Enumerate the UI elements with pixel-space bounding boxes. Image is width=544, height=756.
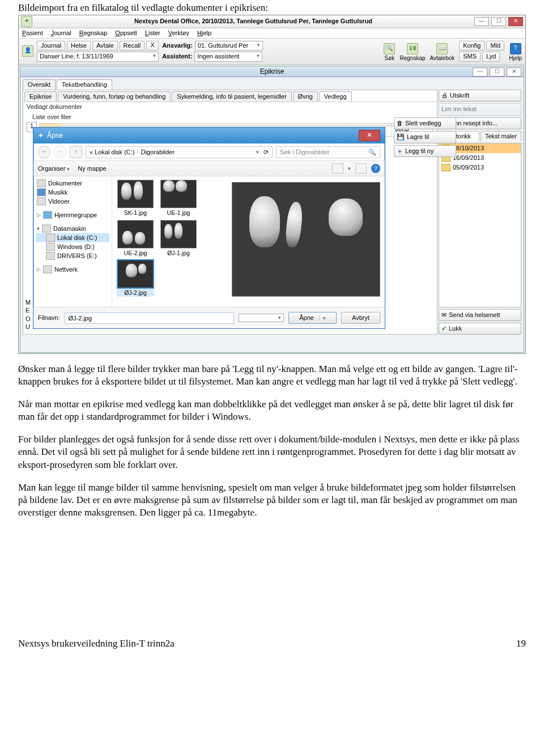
app-title: Nextsys Dental Office, 20/10/2013, Tannl… (32, 18, 474, 25)
side-item-musikk[interactable]: Musikk (36, 188, 109, 197)
file-thumb[interactable]: UE-1.jpg (160, 180, 197, 217)
sub-minimize[interactable]: — (473, 67, 487, 77)
app-titlebar: ✦ Nextsys Dental Office, 20/10/2013, Tan… (19, 15, 525, 28)
footer-left: Nextsys brukerveiledning Elin-T trinn2a (18, 638, 175, 649)
file-thumb[interactable]: UE-2.jpg (117, 220, 154, 257)
side-item-windows-d[interactable]: Windows (D:) (36, 242, 109, 251)
btn-lim-inn-tekst[interactable]: Lim inn tekst (439, 103, 521, 115)
dialog-help-button[interactable]: ? (371, 164, 380, 173)
side-item-nettverk[interactable]: ▷Nettverk (36, 265, 109, 274)
menu-hjelp[interactable]: Hjelp (197, 29, 211, 37)
btn-lukk[interactable]: ✔Lukk (439, 323, 521, 335)
tab-tekstbehandling[interactable]: Tekstbehandling (57, 79, 112, 90)
nav-back-button[interactable]: ← (38, 146, 50, 158)
tb-regnskap[interactable]: 💵Regnskap (400, 43, 425, 62)
btn-utskrift[interactable]: 🖨Utskrift (439, 90, 521, 102)
epikrise-inner-tabs: Epikrise Vurdering, funn, forløp og beha… (23, 90, 437, 102)
tb-recall[interactable]: Recall (120, 41, 145, 50)
tb-avtalebok[interactable]: 📖Avtalebok (430, 43, 455, 62)
nav-forward-button[interactable]: → (54, 146, 66, 158)
printer-icon: 🖨 (441, 92, 448, 99)
side-item-dokumenter[interactable]: Dokumenter (36, 179, 109, 188)
nav-up-button[interactable]: ↑ (70, 146, 82, 158)
window-minimize[interactable]: — (474, 17, 489, 26)
dialog-footer: Filnavn: ▾ Åpne ▾ Avbryt (33, 307, 385, 328)
sub-close[interactable]: ✕ (507, 67, 521, 77)
tab-oversikt[interactable]: Oversikt (23, 79, 56, 90)
side-item-drivers-e[interactable]: DRIVERS (E:) (36, 251, 109, 260)
side-item-hjemmegruppe[interactable]: ▷Hjemmegruppe (36, 210, 109, 219)
side-item-videoer[interactable]: Videoer (36, 197, 109, 206)
window-maximize[interactable]: ☐ (491, 17, 506, 26)
assistent-combo[interactable]: Ingen assistent▾ (194, 52, 262, 61)
tb-lyd[interactable]: Lyd (482, 52, 500, 61)
itab-vedlegg[interactable]: Vedlegg (319, 91, 352, 102)
preview-pane-button[interactable] (355, 163, 367, 174)
vedlegg-side-buttons: 🗑Slett vedlegg 💾Lagre til ＋Legg til ny (394, 117, 456, 157)
tb-sms[interactable]: SMS (459, 52, 481, 61)
paragraph-4: Man kan legge til mange bilder til samme… (18, 482, 526, 519)
save-icon: 💾 (397, 133, 405, 141)
sub-maximize[interactable]: ☐ (490, 67, 504, 77)
tb-hjelp[interactable]: ?Hjelp (509, 43, 522, 62)
itab-ovrig[interactable]: Øvrig (293, 91, 318, 102)
check-icon: ✔ (441, 325, 447, 332)
trash-icon: 🗑 (397, 120, 403, 127)
menu-journal[interactable]: Journal (51, 29, 71, 37)
file-preview-pane (232, 182, 380, 297)
menu-lister[interactable]: Lister (145, 29, 160, 37)
btn-lagre-til[interactable]: 💾Lagre til (394, 131, 456, 143)
menu-pasient[interactable]: Pasient (22, 29, 43, 37)
dialog-open-button[interactable]: Åpne ▾ (288, 312, 337, 324)
view-mode-button[interactable] (332, 163, 343, 174)
tb-helse[interactable]: Helse (67, 41, 91, 50)
refresh-icon[interactable]: ⟳ (264, 149, 269, 156)
assistent-label: Assistent: (162, 53, 192, 60)
file-open-dialog: ✦ Åpne ✕ ← → ↑ « Lokal disk (C:) › Digor… (33, 127, 385, 329)
btn-legg-til-ny[interactable]: ＋Legg til ny (394, 145, 456, 157)
btn-slett-vedlegg[interactable]: 🗑Slett vedlegg (394, 117, 456, 129)
folder-icon (441, 164, 450, 171)
file-thumb-selected[interactable]: ØJ-2.jpg (117, 260, 154, 297)
app-menubar: Pasient Journal Regnskap Oppsett Lister … (19, 28, 525, 39)
history-list: 18/10/2013 16/09/2013 05/09/2013 (439, 143, 521, 307)
plus-icon: ＋ (397, 147, 403, 155)
window-close[interactable]: ✕ (508, 17, 523, 26)
dialog-title-text: Åpne (47, 132, 63, 140)
tb-konfig[interactable]: Konfig (459, 41, 484, 50)
tb-avtale[interactable]: Avtale (92, 41, 117, 50)
dialog-cancel-button[interactable]: Avbryt (341, 312, 380, 324)
menu-regnskap[interactable]: Regnskap (79, 29, 108, 37)
app-screenshot: ✦ Nextsys Dental Office, 20/10/2013, Tan… (18, 15, 526, 354)
menu-oppsett[interactable]: Oppsett (115, 29, 137, 37)
breadcrumb-path[interactable]: « Lokal disk (C:) › Digorabilder ▾ ⟳ (86, 146, 273, 158)
ny-mappe-button[interactable]: Ny mappe (78, 165, 106, 172)
history-item[interactable]: 05/09/2013 (439, 163, 521, 172)
itab-sykemelding[interactable]: Sykemelding, info til pasient, legemidle… (172, 91, 291, 102)
app-toolbar: 👤 Journal Helse Avtale Recall X Danser L… (19, 39, 525, 64)
itab-vurdering[interactable]: Vurdering, funn, forløp og behandling (58, 91, 171, 102)
filnavn-input[interactable] (65, 312, 235, 324)
tb-mld[interactable]: Mld (486, 41, 504, 50)
footer-page-number: 19 (516, 638, 526, 649)
side-item-datamaskin[interactable]: ▾Datamaskin (36, 224, 109, 233)
menu-verktoy[interactable]: Verktøy (168, 29, 189, 37)
patient-combo[interactable]: Danser Line, f. 13/11/1969▾ (37, 52, 159, 61)
tb-sok[interactable]: 🔍Søk (384, 43, 395, 62)
rtab-tekstmaler[interactable]: Tekst maler (481, 131, 521, 141)
dialog-close-button[interactable]: ✕ (359, 130, 380, 141)
filetype-combo[interactable]: ▾ (239, 314, 284, 322)
ansvarlig-combo[interactable]: 01. Guttulsrud Per▾ (195, 41, 263, 50)
dialog-search-input[interactable]: Søk i Digorabilder 🔍 (276, 146, 380, 158)
tb-close-x[interactable]: X (146, 41, 159, 50)
btn-send-helsenett[interactable]: ✉Send via helsenett (439, 309, 521, 321)
dialog-sidebar: Dokumenter Musikk Videoer ▷Hjemmegruppe … (33, 176, 112, 307)
file-thumb[interactable]: ØJ-1.jpg (160, 220, 197, 257)
organiser-menu[interactable]: Organiser ▾ (38, 165, 70, 172)
dialog-nav: ← → ↑ « Lokal disk (C:) › Digorabilder ▾… (33, 143, 385, 161)
file-thumb[interactable]: SK-1.jpg (117, 180, 154, 217)
itab-epikrise[interactable]: Epikrise (24, 91, 57, 102)
side-item-lokal-disk-c[interactable]: Lokal disk (C:) (36, 233, 109, 242)
tb-journal[interactable]: Journal (37, 41, 65, 50)
left-abbrev-column: M E O U (26, 298, 31, 331)
